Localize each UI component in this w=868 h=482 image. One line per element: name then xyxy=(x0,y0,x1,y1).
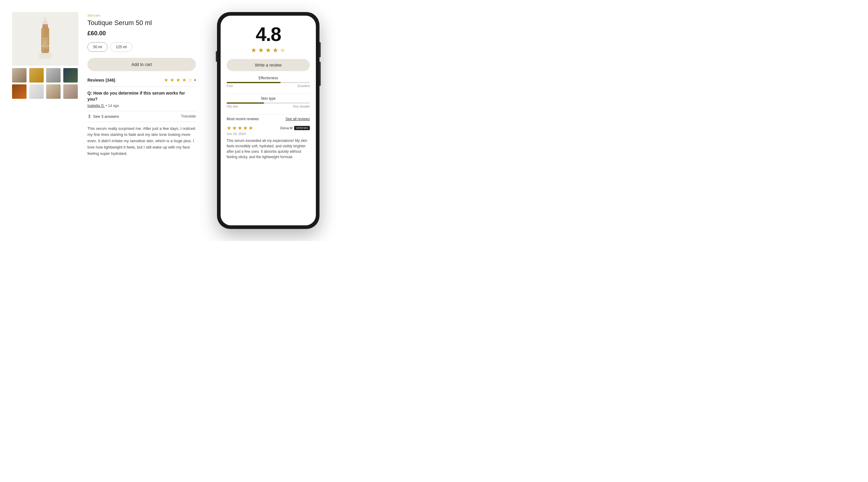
star-4: ★ xyxy=(182,77,186,83)
phone-star-4: ★ xyxy=(273,46,278,54)
reviews-title: Reviews (346) xyxy=(87,78,116,83)
phone-mockup: 4.8 ★ ★ ★ ★ ★ Write a review Effectivnes… xyxy=(217,12,319,229)
effectiveness-labels: Poor Excellent xyxy=(227,84,310,88)
effectiveness-metric: Effectivness Poor Excellent xyxy=(227,76,310,88)
verified-badge: VERIFIED xyxy=(294,126,310,130)
add-to-cart-button[interactable]: Add to cart xyxy=(87,58,196,71)
review-date: Jun 19, 2024 xyxy=(227,132,310,135)
review-card-header: ★ ★ ★ ★ ★ Elena M VERIFIED xyxy=(227,125,310,131)
skintype-bar-fill xyxy=(227,102,264,104)
phone-divider-1 xyxy=(227,94,310,94)
reviews-chevron-icon[interactable]: ▾ xyxy=(194,78,196,82)
product-price: £60.00 xyxy=(87,30,196,37)
star-3: ★ xyxy=(176,77,180,83)
thumbnail-4[interactable] xyxy=(63,68,78,83)
svg-text:tou: tou xyxy=(44,40,46,42)
see-answers-button[interactable]: ⇕ See 3 answers xyxy=(87,114,119,119)
see-answers-row: ⇕ See 3 answers Translate xyxy=(87,111,196,122)
thumbnail-8[interactable] xyxy=(63,84,78,99)
product-category: Skincare xyxy=(87,13,196,17)
featured-review-card: ★ ★ ★ ★ ★ Elena M VERIFIED Jun 19, 2024 … xyxy=(227,125,310,160)
phone-star-3: ★ xyxy=(265,46,271,54)
product-details-section: Skincare Toutique Serum 50 ml £60.00 50 … xyxy=(87,12,196,157)
thumbnail-1[interactable] xyxy=(12,68,27,83)
phone-rating-number: 4.8 xyxy=(256,25,281,44)
review-star-4: ★ xyxy=(243,125,248,131)
effectiveness-bar-fill xyxy=(227,82,281,83)
product-images-section: tou tique RETINOL SERUM xyxy=(12,12,79,99)
thumbnail-7[interactable] xyxy=(46,84,61,99)
product-name: Toutique Serum 50 ml xyxy=(87,19,196,27)
see-all-reviews-link[interactable]: See all reviews xyxy=(285,117,310,121)
phone-divider-2 xyxy=(227,114,310,115)
thumbnail-5[interactable] xyxy=(12,84,27,99)
svg-text:tique: tique xyxy=(44,42,46,44)
reviews-header: Reviews (346) ★ ★ ★ ★ ☆ ▾ xyxy=(87,77,196,83)
size-50ml-button[interactable]: 50 ml xyxy=(87,42,107,52)
thumbnail-2[interactable] xyxy=(29,68,44,83)
effectiveness-bar-track xyxy=(227,82,310,83)
effectiveness-label-right: Excellent xyxy=(298,84,310,88)
skintype-metric: Skin type Oily skin Very durable xyxy=(227,96,310,108)
svg-rect-2 xyxy=(42,24,48,28)
thumbnail-6[interactable] xyxy=(29,84,44,99)
page-wrapper: tou tique RETINOL SERUM Skincare Toutiqu… xyxy=(0,0,434,241)
reviews-nav: Most recent reviews See all reviews xyxy=(227,117,310,121)
review-star-3: ★ xyxy=(238,125,242,131)
phone-rating-stars: ★ ★ ★ ★ ★ xyxy=(251,46,286,54)
qa-author-link[interactable]: Isabella Q. xyxy=(87,104,104,108)
reviewer-info: Elena M VERIFIED xyxy=(280,126,310,130)
skintype-label-right: Very durable xyxy=(293,105,310,108)
reviews-stars-row: ★ ★ ★ ★ ☆ ▾ xyxy=(164,77,196,83)
translate-button[interactable]: Translate xyxy=(181,114,196,118)
qa-time: 1d ago xyxy=(108,104,119,108)
thumbnail-grid xyxy=(12,68,79,99)
size-125ml-button[interactable]: 125 ml xyxy=(110,42,132,52)
review-card-stars: ★ ★ ★ ★ ★ xyxy=(227,125,253,131)
review-body: This serum exceeded all my expectations!… xyxy=(227,138,310,160)
review-star-1: ★ xyxy=(227,125,231,131)
main-product-image: tou tique RETINOL SERUM xyxy=(12,12,79,66)
write-review-button[interactable]: Write a review xyxy=(227,59,310,71)
effectiveness-label-left: Poor xyxy=(227,84,233,88)
star-1: ★ xyxy=(164,77,168,83)
star-2: ★ xyxy=(170,77,174,83)
updown-arrows-icon: ⇕ xyxy=(87,114,91,119)
divider-1 xyxy=(87,87,196,87)
size-options: 50 ml 125 ml xyxy=(87,42,196,52)
svg-rect-9 xyxy=(39,53,51,59)
review-text: This serum really surprised me. After ju… xyxy=(87,126,196,157)
phone-star-2: ★ xyxy=(258,46,264,54)
skintype-labels: Oily skin Very durable xyxy=(227,105,310,108)
svg-text:RETINOL SERUM: RETINOL SERUM xyxy=(41,45,50,47)
svg-point-1 xyxy=(42,20,48,25)
qa-meta: Isabella Q. • 1d ago xyxy=(87,104,196,108)
most-recent-label: Most recent reviews xyxy=(227,117,259,121)
qa-section: Q: How do you determine if this serum wo… xyxy=(87,90,196,157)
phone-star-1: ★ xyxy=(251,46,257,54)
thumbnail-3[interactable] xyxy=(46,68,61,83)
review-star-2: ★ xyxy=(232,125,237,131)
phone-volume-button xyxy=(216,51,217,62)
see-answers-label: See 3 answers xyxy=(93,114,119,119)
skintype-label-left: Oily skin xyxy=(227,105,238,108)
review-star-5: ★ xyxy=(248,125,253,131)
effectiveness-label: Effectivness xyxy=(227,76,310,80)
skintype-label: Skin type xyxy=(227,96,310,101)
star-half: ☆ xyxy=(188,77,192,83)
phone-star-half: ★ xyxy=(280,46,286,54)
qa-question: Q: How do you determine if this serum wo… xyxy=(87,90,196,102)
skintype-bar-track xyxy=(227,102,310,104)
phone-section: 4.8 ★ ★ ★ ★ ★ Write a review Effectivnes… xyxy=(205,12,332,229)
phone-screen: 4.8 ★ ★ ★ ★ ★ Write a review Effectivnes… xyxy=(221,16,316,225)
reviewer-name: Elena M xyxy=(280,126,292,130)
